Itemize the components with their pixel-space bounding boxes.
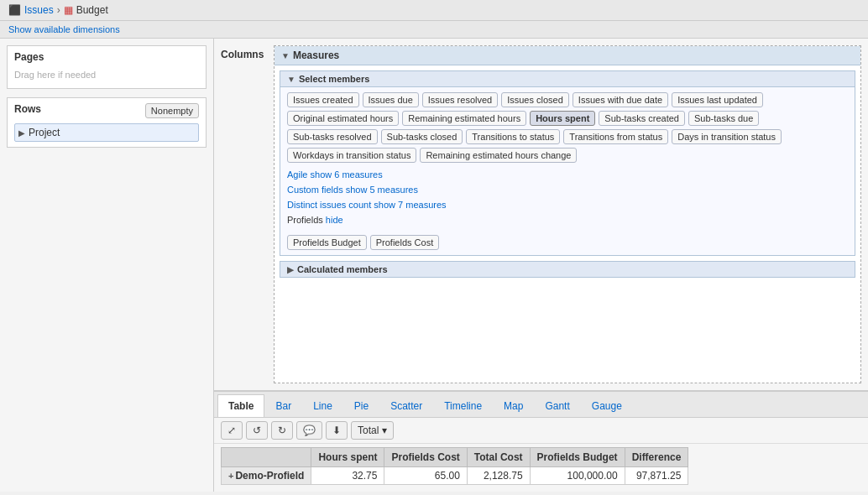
measure-tag[interactable]: Transitions from status <box>563 129 668 144</box>
tab-table[interactable]: Table <box>217 394 264 417</box>
expand-button[interactable]: ⤢ <box>221 421 243 440</box>
custom-fields-row: Custom fields show 5 measures <box>280 183 855 198</box>
calculated-members-section: ▶ Calculated members <box>280 261 855 278</box>
tab-map[interactable]: Map <box>493 394 534 417</box>
breadcrumb-issues-link[interactable]: Issues <box>24 4 54 16</box>
measures-header: ▼ Measures <box>275 46 860 65</box>
rows-title: Rows <box>14 103 41 115</box>
rows-section: Rows Nonempty ▶ Project <box>7 97 207 148</box>
total-dropdown[interactable]: Total ▾ <box>351 421 394 440</box>
pages-title: Pages <box>14 51 199 63</box>
breadcrumb: ⬛ Issues › ▦ Budget <box>0 0 868 21</box>
project-row[interactable]: ▶ Project <box>14 123 199 142</box>
profields-hide-link[interactable]: hide <box>326 215 343 225</box>
measure-tag[interactable]: Issues with due date <box>573 92 668 107</box>
issues-icon: ⬛ <box>8 4 21 16</box>
left-panel: Pages Drag here if needed Rows Nonempty … <box>0 39 214 492</box>
undo-button[interactable]: ↺ <box>246 421 268 440</box>
measure-tag[interactable]: Sub-tasks closed <box>381 129 463 144</box>
agile-link[interactable]: show 6 measures <box>311 169 383 180</box>
nonempty-button[interactable]: Nonempty <box>145 103 199 118</box>
measure-tag[interactable]: Issues resolved <box>422 92 498 107</box>
measure-tag[interactable]: Sub-tasks resolved <box>287 129 378 144</box>
measures-title: Measures <box>293 50 339 61</box>
table-row: +Demo-Profield32.7565.002,128.75100,000.… <box>222 467 688 485</box>
budget-icon: ▦ <box>64 4 73 16</box>
measure-tag[interactable]: Days in transition status <box>672 129 782 144</box>
comment-button[interactable]: 💬 <box>296 421 322 440</box>
measure-tag[interactable]: Workdays in transition status <box>287 148 416 163</box>
distinct-issues-row: Distinct issues count show 7 measures <box>280 198 855 213</box>
table-header-profields-cost: Profields Cost <box>384 448 467 467</box>
toolbar: ⤢ ↺ ↻ 💬 ⬇ Total ▾ <box>214 418 868 444</box>
chevron-right-icon: ▶ <box>18 128 25 138</box>
measure-tag[interactable]: Sub-tasks due <box>688 111 759 126</box>
measure-tag[interactable]: Hours spent <box>530 111 595 126</box>
measure-tag[interactable]: Issues last updated <box>672 92 763 107</box>
distinct-issues-label: Distinct issues count <box>287 200 371 210</box>
measure-tag[interactable]: Issues closed <box>501 92 569 107</box>
download-button[interactable]: ⬇ <box>326 421 348 440</box>
tab-pie[interactable]: Pie <box>343 394 379 417</box>
total-label: Total <box>358 425 379 436</box>
redo-button[interactable]: ↻ <box>271 421 293 440</box>
measure-tag[interactable]: Remaining estimated hours <box>402 111 526 126</box>
measure-tag[interactable]: Issues created <box>287 92 359 107</box>
profields-tags-area: Profields BudgetProfields Cost <box>280 230 855 255</box>
profields-tag[interactable]: Profields Budget <box>287 235 367 250</box>
main-layout: Pages Drag here if needed Rows Nonempty … <box>0 39 868 492</box>
custom-fields-label: Custom fields <box>287 185 343 195</box>
tabs-bar: TableBarLinePieScatterTimelineMapGanttGa… <box>214 392 868 418</box>
tab-gauge[interactable]: Gauge <box>581 394 633 417</box>
total-cost-cell: 2,128.75 <box>467 467 530 485</box>
measure-tag[interactable]: Transitions to status <box>466 129 560 144</box>
measure-tag[interactable]: Remaining estimated hours change <box>420 148 577 163</box>
undo-icon: ↺ <box>253 425 261 436</box>
distinct-issues-link[interactable]: show 7 measures <box>374 200 446 210</box>
download-icon: ⬇ <box>332 425 341 436</box>
data-table: Hours spentProfields CostTotal CostProfi… <box>221 447 688 485</box>
custom-fields-link[interactable]: show 5 measures <box>346 185 418 195</box>
tab-line[interactable]: Line <box>302 394 343 417</box>
table-header-profields-budget: Profields Budget <box>530 448 625 467</box>
project-label: Project <box>29 127 60 138</box>
agile-label: Agile <box>287 169 307 180</box>
columns-area: Columns ▼ Measures ▼ Select members Issu… <box>214 39 868 391</box>
calculated-members-header[interactable]: ▶ Calculated members <box>280 262 855 277</box>
right-panel: Columns ▼ Measures ▼ Select members Issu… <box>214 39 868 492</box>
show-dimensions-link[interactable]: Show available dimensions <box>0 21 868 39</box>
tab-bar[interactable]: Bar <box>264 394 302 417</box>
select-members-collapse-icon[interactable]: ▼ <box>287 75 295 84</box>
select-members-section: ▼ Select members Issues createdIssues du… <box>280 70 855 256</box>
measure-tag[interactable]: Sub-tasks created <box>599 111 685 126</box>
measure-tag[interactable]: Issues due <box>363 92 419 107</box>
table-header-total-cost: Total Cost <box>467 448 530 467</box>
columns-label: Columns <box>221 45 267 383</box>
dropdown-arrow-icon: ▾ <box>382 425 387 436</box>
profields-tag[interactable]: Profields Cost <box>370 235 439 250</box>
data-table-wrapper: Hours spentProfields CostTotal CostProfi… <box>214 444 868 492</box>
profields-cost-cell: 65.00 <box>384 467 467 485</box>
measures-container: ▼ Measures ▼ Select members Issues creat… <box>274 45 861 383</box>
tab-gantt[interactable]: Gantt <box>534 394 580 417</box>
comment-icon: 💬 <box>303 425 316 436</box>
select-members-header: ▼ Select members <box>280 71 855 87</box>
row-name[interactable]: +Demo-Profield <box>222 467 311 485</box>
profields-row: Profields hide <box>280 213 855 230</box>
measures-collapse-icon[interactable]: ▼ <box>281 51 290 60</box>
table-header-difference: Difference <box>625 448 688 467</box>
expand-icon: ⤢ <box>227 425 236 436</box>
calculated-collapse-icon[interactable]: ▶ <box>287 265 294 274</box>
rows-header: Rows Nonempty <box>14 103 199 118</box>
select-members-title: Select members <box>299 74 369 84</box>
table-header- <box>222 448 311 467</box>
measure-tag[interactable]: Original estimated hours <box>287 111 399 126</box>
agile-row: Agile show 6 measures <box>280 168 855 183</box>
bottom-area: TableBarLinePieScatterTimelineMapGanttGa… <box>214 391 868 492</box>
tab-scatter[interactable]: Scatter <box>379 394 433 417</box>
table-header-hours-spent: Hours spent <box>311 448 384 467</box>
difference-cell: 97,871.25 <box>625 467 688 485</box>
tags-area: Issues createdIssues dueIssues resolvedI… <box>280 87 855 168</box>
tab-timeline[interactable]: Timeline <box>433 394 493 417</box>
pages-placeholder: Drag here if needed <box>14 66 199 83</box>
